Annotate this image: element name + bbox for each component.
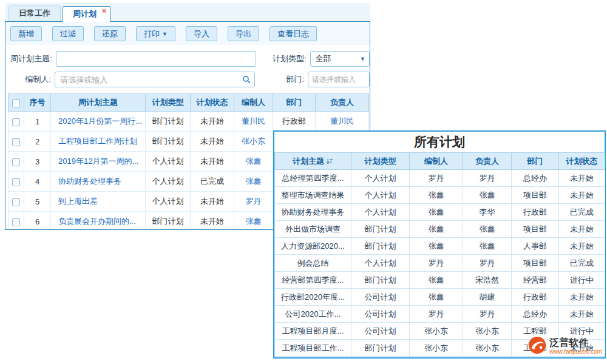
owner-link[interactable]: 董川民 (330, 116, 354, 126)
plan-subject-link[interactable]: 负责展会开办期间的... (58, 217, 136, 226)
row-select-cell (8, 152, 24, 172)
plan-subject-link[interactable]: 2020年1月份第一周行... (58, 116, 142, 126)
subject-filter-label: 周计划主题: (5, 53, 52, 64)
cell-compiler: 罗丹 (410, 170, 463, 187)
row-select-cell (8, 212, 24, 231)
filter-area: 周计划主题: 计划类型: 全部 ▼ 编制人: (5, 45, 370, 93)
filter-button[interactable]: 过滤 (52, 26, 84, 41)
row-select-cell (8, 172, 24, 192)
col-header-status: 计划状态 (191, 94, 234, 112)
cell-owner: 罗丹 (463, 170, 512, 187)
compiler-link[interactable]: 罗丹 (246, 197, 262, 206)
row-select-cell (8, 192, 24, 212)
col-header-subject: 周计划主题 (51, 94, 146, 112)
compiler-filter-input[interactable] (55, 72, 255, 87)
cell-owner: 张鑫 (463, 238, 512, 255)
plan-row[interactable]: 总经理第四季度... 个人计划 罗丹 罗丹 总经办 未开始 (275, 170, 605, 187)
col-header-status: 计划状态 (559, 153, 605, 170)
sort-icon[interactable] (326, 158, 333, 167)
cell-dept: 人事部 (512, 238, 559, 255)
fanpu-watermark: 泛普软件 www.fanpusoft.com (528, 336, 602, 356)
restore-button[interactable]: 还原 (94, 26, 126, 41)
cell-compiler: 罗丹 (410, 306, 463, 323)
plan-subject-link[interactable]: 2019年12月第一周的... (58, 157, 138, 166)
cell-type: 个人计划 (351, 255, 410, 272)
table-row[interactable]: 1 2020年1月份第一周行... 部门计划 未开始 董川民 行政部 董川民 (8, 112, 369, 132)
cell-status: 未开始 (191, 132, 234, 152)
compiler-link[interactable]: 张小东 (242, 136, 265, 146)
view-log-button[interactable]: 查看日志 (270, 26, 317, 41)
add-button[interactable]: 新增 (10, 26, 42, 41)
cell-dept: 项目部 (512, 255, 559, 272)
compiler-filter-label: 编制人: (5, 74, 51, 85)
cell-dept: 项目部 (512, 221, 559, 238)
cell-subject: 协助财务处理事务 (275, 204, 351, 221)
import-button[interactable]: 导入 (186, 26, 217, 41)
table-header-row: 序号 周计划主题 计划类型 计划状态 编制人 部门 负责人 (8, 94, 369, 112)
cell-dept: 行政部 (273, 112, 316, 132)
dept-filter-input[interactable] (308, 72, 370, 87)
tab-label: 周计划 (73, 9, 97, 18)
plan-row[interactable]: 公司2020工作... 公司计划 罗丹 罗丹 总经办 未开始 (275, 306, 605, 323)
search-icon[interactable] (242, 75, 251, 86)
cell-dept: 总经办 (512, 170, 559, 187)
cell-no: 4 (24, 172, 51, 192)
cell-type: 部门计划 (351, 340, 410, 357)
button-label: 查看日志 (277, 29, 309, 39)
plan-row[interactable]: 例会总结 个人计划 罗丹 罗丹 项目部 已完成 (275, 255, 605, 272)
fanpu-logo-icon (528, 336, 546, 356)
button-label: 打印 (144, 29, 160, 39)
cell-type: 公司计划 (351, 323, 410, 340)
plan-row[interactable]: 整理市场调查结果 个人计划 张鑫 张鑫 项目部 未开始 (275, 187, 605, 204)
select-all-checkbox[interactable] (12, 99, 20, 107)
caret-down-icon: ▼ (360, 52, 365, 66)
plan-subject-link[interactable]: 到上海出差 (58, 197, 98, 206)
row-checkbox[interactable] (12, 118, 20, 126)
export-button[interactable]: 导出 (228, 26, 259, 41)
cell-dept: 行政部 (512, 289, 559, 306)
cell-status: 未开始 (559, 238, 605, 255)
type-filter-label: 计划类型: (256, 53, 307, 64)
row-checkbox[interactable] (12, 158, 20, 166)
plan-row[interactable]: 协助财务处理事务 个人计划 张鑫 李华 行政部 已完成 (275, 204, 605, 221)
cell-type: 个人计划 (351, 170, 410, 187)
print-button[interactable]: 打印 ▼ (136, 26, 175, 41)
plan-row[interactable]: 行政部2020年度... 公司计划 张鑫 胡建 行政部 未开始 (275, 289, 605, 306)
cell-subject: 工程项目部工作... (275, 340, 351, 357)
row-checkbox[interactable] (12, 198, 20, 206)
plan-row[interactable]: 经营部第四季度... 部门计划 张鑫 宋浩然 经营部 进行中 (275, 272, 605, 289)
close-icon[interactable]: × (102, 7, 106, 15)
row-checkbox[interactable] (12, 138, 20, 146)
compiler-link[interactable]: 张鑫 (246, 217, 262, 226)
button-label: 过滤 (60, 29, 76, 39)
row-checkbox[interactable] (12, 178, 20, 186)
col-header-type: 计划类型 (351, 153, 410, 170)
plan-subject-link[interactable]: 工程项目部工作周计划 (58, 136, 137, 146)
row-checkbox[interactable] (12, 218, 20, 226)
cell-no: 2 (24, 132, 51, 152)
brand-name: 泛普软件 (549, 337, 602, 348)
cell-subject: 人力资源部2020... (275, 238, 351, 255)
tab-daily-work[interactable]: 日常工作 (8, 5, 61, 21)
cell-type: 个人计划 (146, 192, 191, 212)
cell-type: 个人计划 (351, 204, 410, 221)
compiler-link[interactable]: 张鑫 (246, 157, 262, 166)
col-header-compiler: 编制人 (234, 94, 273, 112)
cell-status: 已完成 (191, 172, 234, 192)
cell-compiler: 张小东 (410, 323, 463, 340)
cell-compiler: 张鑫 (410, 221, 463, 238)
cell-status: 未开始 (191, 152, 234, 172)
subject-filter-input[interactable] (56, 51, 256, 67)
plan-row[interactable]: 外出做市场调查 部门计划 张鑫 张鑫 项目部 未开始 (275, 221, 605, 238)
compiler-link[interactable]: 董川民 (242, 116, 265, 126)
type-filter-select[interactable]: 全部 ▼ (310, 51, 370, 67)
plan-subject-link[interactable]: 协助财务处理事务 (58, 177, 121, 186)
plan-row[interactable]: 人力资源部2020... 部门计划 张鑫 张鑫 人事部 未开始 (275, 238, 605, 255)
col-header-subject[interactable]: 计划主题 (275, 153, 351, 170)
cell-subject: 经营部第四季度... (275, 272, 351, 289)
compiler-link[interactable]: 张鑫 (246, 177, 262, 186)
cell-owner: 宋浩然 (463, 272, 512, 289)
cell-owner: 罗丹 (463, 255, 512, 272)
row-select-cell (8, 132, 24, 152)
tab-weekly-plan[interactable]: 周计划 × (63, 6, 110, 22)
